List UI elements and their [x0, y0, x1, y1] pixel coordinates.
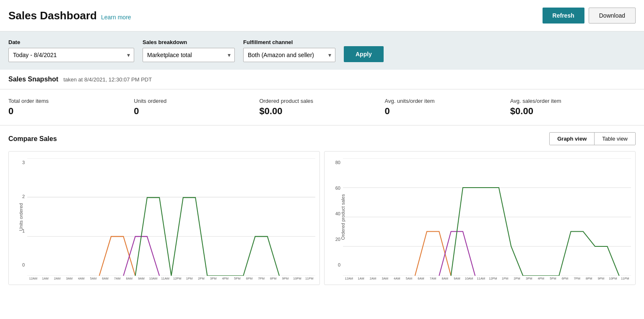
units-y-label: Units ordered	[18, 203, 23, 231]
stat-label-3: Avg. units/order item	[385, 98, 502, 104]
stat-item-2: Ordered product sales $0.00	[259, 98, 384, 117]
compare-header: Compare Sales Graph view Table view	[8, 132, 636, 145]
breakdown-label: Sales breakdown	[143, 39, 235, 45]
apply-button[interactable]: Apply	[344, 46, 384, 62]
compare-title: Compare Sales	[8, 135, 57, 143]
stat-label-0: Total order items	[8, 98, 125, 104]
snapshot-header: Sales Snapshot taken at 8/4/2021, 12:30:…	[0, 70, 644, 89]
breakdown-select[interactable]: Marketplace total	[143, 48, 235, 62]
stat-label-4: Avg. sales/order item	[510, 98, 627, 104]
stat-item-1: Units ordered 0	[134, 98, 259, 117]
fulfillment-filter-group: Fulfillment channel Both (Amazon and sel…	[243, 39, 335, 62]
date-select[interactable]: Today - 8/4/2021	[8, 48, 134, 62]
fulfillment-select[interactable]: Both (Amazon and seller)	[243, 48, 335, 62]
date-filter-group: Date Today - 8/4/2021	[8, 39, 134, 62]
y-tick-80: 80	[335, 160, 340, 165]
stat-value-1: 0	[134, 106, 251, 117]
chart1-x-labels: 12AM 1AM 2AM 3AM 4AM 5AM 6AM 7AM 8AM 9AM…	[13, 277, 315, 280]
learn-more-link[interactable]: Learn more	[101, 14, 131, 21]
fulfillment-label: Fulfillment channel	[243, 39, 335, 45]
page-title: Sales Dashboard	[8, 9, 97, 22]
breakdown-filter-group: Sales breakdown Marketplace total	[143, 39, 235, 62]
y-tick-40: 40	[335, 211, 340, 216]
date-label: Date	[8, 39, 134, 45]
y-tick-2: 2	[22, 194, 25, 199]
snapshot-stats: Total order items 0 Units ordered 0 Orde…	[0, 89, 644, 126]
download-button[interactable]: Download	[589, 8, 636, 24]
compare-section: Compare Sales Graph view Table view 3 2 …	[0, 126, 644, 292]
units-chart-svg	[27, 158, 315, 276]
stat-item-4: Avg. sales/order item $0.00	[510, 98, 636, 117]
charts-row: 3 2 1 0 Units ordered	[8, 151, 636, 285]
y-tick-0: 0	[22, 262, 25, 267]
y-tick-00: 0	[338, 262, 340, 267]
y-tick-3: 3	[22, 160, 25, 165]
stat-value-4: $0.00	[510, 106, 627, 117]
y-tick-20: 20	[335, 237, 340, 242]
units-chart: 3 2 1 0 Units ordered	[8, 151, 320, 285]
stat-value-2: $0.00	[259, 106, 376, 117]
fulfillment-select-wrapper: Both (Amazon and seller)	[243, 48, 335, 62]
refresh-button[interactable]: Refresh	[543, 8, 584, 24]
graph-view-button[interactable]: Graph view	[550, 133, 595, 145]
title-section: Sales Dashboard Learn more	[8, 9, 131, 22]
view-toggle: Graph view Table view	[549, 132, 636, 145]
stat-item-0: Total order items 0	[8, 98, 134, 117]
stat-label-1: Units ordered	[134, 98, 251, 104]
stat-value-3: 0	[385, 106, 502, 117]
y-tick-60: 60	[335, 186, 340, 191]
snapshot-timestamp: taken at 8/4/2021, 12:30:07 PM PDT	[63, 76, 152, 83]
stat-value-0: 0	[8, 106, 125, 117]
stat-label-2: Ordered product sales	[259, 98, 376, 104]
sales-chart: 80 60 40 20 0 Ordered product sales	[324, 151, 636, 285]
stat-item-3: Avg. units/order item 0	[385, 98, 510, 117]
date-select-wrapper: Today - 8/4/2021	[8, 48, 134, 62]
filter-bar: Date Today - 8/4/2021 Sales breakdown Ma…	[0, 31, 644, 70]
page-header: Sales Dashboard Learn more Refresh Downl…	[0, 0, 644, 31]
header-buttons: Refresh Download	[543, 8, 636, 24]
sales-y-label: Ordered product sales	[340, 194, 345, 240]
snapshot-title: Sales Snapshot	[8, 76, 58, 83]
breakdown-select-wrapper: Marketplace total	[143, 48, 235, 62]
chart2-x-labels: 12AM 1AM 2AM 3AM 4AM 5AM 6AM 7AM 8AM 9AM…	[329, 277, 631, 280]
table-view-button[interactable]: Table view	[595, 133, 635, 145]
sales-chart-svg	[343, 158, 631, 276]
